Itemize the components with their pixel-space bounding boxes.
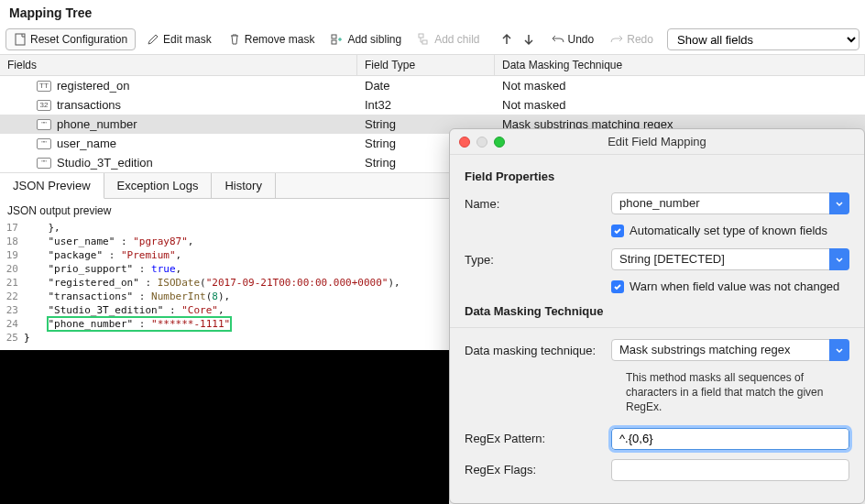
field-icon: "": [37, 138, 51, 149]
add-child-label: Add child: [434, 33, 479, 46]
remove-mask-label: Remove mask: [245, 33, 315, 46]
svg-rect-3: [419, 34, 423, 38]
field-icon: TT: [37, 81, 51, 92]
svg-rect-0: [16, 34, 25, 45]
edit-mask-button[interactable]: Edit mask: [141, 29, 217, 49]
table-row[interactable]: 32transactions Int32 Not masked: [0, 95, 865, 115]
warn-label: Warn when field value was not changed: [630, 279, 839, 293]
svg-rect-4: [422, 40, 427, 44]
dropdown-caret-icon[interactable]: [829, 339, 849, 361]
add-child-icon: [418, 33, 431, 46]
name-label: Name:: [465, 197, 611, 211]
edit-field-mapping-dialog: Edit Field Mapping Field Properties Name…: [449, 128, 865, 504]
black-area: [0, 350, 449, 504]
trash-icon: [228, 33, 241, 46]
undo-button[interactable]: Undo: [546, 29, 600, 49]
field-type: Int32: [357, 96, 495, 114]
reset-config-button[interactable]: Reset Configuration: [5, 28, 136, 50]
redo-icon: [610, 33, 623, 46]
field-icon: "": [37, 158, 51, 169]
minimize-icon: [476, 137, 487, 148]
svg-rect-2: [332, 40, 336, 44]
type-value: String [DETECTED]: [611, 248, 849, 270]
add-sibling-icon: [331, 33, 344, 46]
dropdown-caret-icon[interactable]: [829, 192, 849, 214]
panel-title: Mapping Tree: [0, 0, 865, 25]
dialog-title: Edit Field Mapping: [450, 135, 864, 148]
field-type: Date: [357, 77, 495, 94]
dmt-label: Data masking technique:: [465, 344, 611, 357]
dmt-value: Mask substrings matching regex: [611, 339, 849, 361]
field-icon: 32: [37, 100, 51, 111]
dmt-description: This method masks all sequences of chara…: [626, 370, 849, 415]
move-down-button[interactable]: [519, 29, 539, 49]
field-name: transactions: [57, 98, 121, 112]
pencil-icon: [147, 33, 159, 46]
tab-history[interactable]: History: [212, 173, 275, 198]
field-name: phone_number: [57, 117, 137, 131]
regex-flags-input[interactable]: [611, 459, 849, 481]
remove-mask-button[interactable]: Remove mask: [223, 29, 321, 49]
field-name: user_name: [57, 137, 116, 150]
field-name: Studio_3T_edition: [57, 156, 153, 170]
auto-set-label: Automatically set type of known fields: [630, 224, 827, 237]
show-fields-dropdown[interactable]: Show all fields: [667, 28, 860, 50]
redo-button: Redo: [605, 29, 659, 49]
close-icon[interactable]: [459, 137, 470, 148]
col-type[interactable]: Field Type: [357, 55, 495, 75]
regex-flags-label: RegEx Flags:: [465, 463, 611, 477]
move-up-button[interactable]: [497, 29, 517, 49]
auto-set-type-checkbox[interactable]: [611, 225, 624, 237]
table-header: Fields Field Type Data Masking Technique: [0, 55, 865, 76]
undo-icon: [552, 33, 564, 46]
add-sibling-button[interactable]: Add sibling: [325, 29, 407, 49]
reset-label: Reset Configuration: [30, 33, 127, 46]
regex-pattern-input[interactable]: [611, 428, 849, 450]
field-icon: "": [37, 119, 51, 130]
col-mask[interactable]: Data Masking Technique: [495, 55, 865, 75]
field-mask: Not masked: [495, 77, 865, 94]
add-child-button: Add child: [412, 29, 485, 49]
col-fields[interactable]: Fields: [0, 55, 357, 75]
tab-json-preview[interactable]: JSON Preview: [0, 173, 104, 199]
name-value: phone_number: [611, 192, 849, 214]
masking-technique-heading: Data Masking Technique: [465, 304, 849, 318]
type-select[interactable]: String [DETECTED]: [611, 248, 849, 270]
redo-label: Redo: [627, 33, 653, 46]
table-row[interactable]: TTregistered_on Date Not masked: [0, 76, 865, 95]
regex-pattern-label: RegEx Pattern:: [465, 432, 611, 445]
field-mask: Not masked: [495, 96, 865, 114]
field-name: registered_on: [57, 79, 130, 93]
dmt-select[interactable]: Mask substrings matching regex: [611, 339, 849, 361]
warn-checkbox[interactable]: [611, 280, 624, 293]
svg-rect-1: [332, 35, 336, 38]
maximize-icon[interactable]: [494, 137, 505, 148]
undo-label: Undo: [568, 33, 595, 46]
name-input[interactable]: phone_number: [611, 192, 849, 214]
field-properties-heading: Field Properties: [465, 170, 849, 183]
add-sibling-label: Add sibling: [347, 33, 401, 46]
document-icon: [14, 33, 27, 46]
type-label: Type:: [465, 253, 611, 267]
dialog-titlebar[interactable]: Edit Field Mapping: [450, 129, 864, 155]
dropdown-caret-icon[interactable]: [829, 248, 849, 270]
window-controls: [459, 137, 505, 148]
edit-mask-label: Edit mask: [163, 33, 212, 46]
tab-exception-logs[interactable]: Exception Logs: [104, 173, 213, 198]
toolbar: Reset Configuration Edit mask Remove mas…: [0, 25, 865, 54]
